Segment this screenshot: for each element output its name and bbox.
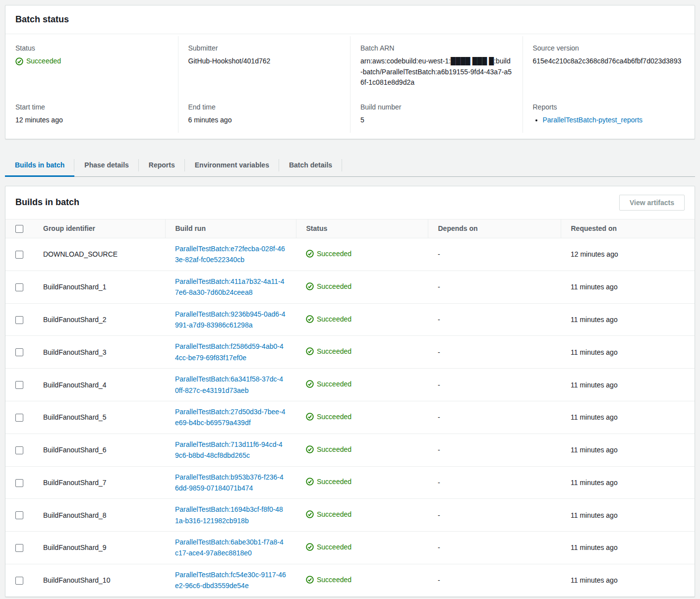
depends-on: -: [428, 499, 561, 532]
select-all-checkbox[interactable]: [15, 225, 23, 233]
success-check-icon: [306, 282, 314, 290]
tab-batch-details[interactable]: Batch details: [279, 154, 342, 176]
column-header-requested-on: Requested on: [561, 219, 695, 238]
start-time-label: Start time: [15, 103, 168, 111]
table-row: BuildFanoutShard_5 ParallelTestBatch:27d…: [5, 401, 695, 434]
status-cell: Succeeded: [296, 532, 428, 564]
requested-on: 12 minutes ago: [561, 238, 695, 271]
field-batch-arn: Batch ARN arn:aws:codebuild:eu-west-1:██…: [350, 36, 523, 95]
row-checkbox[interactable]: [15, 479, 23, 487]
build-run-cell: ParallelTestBatch:f2586d59-4ab0-44cc-be7…: [165, 336, 296, 369]
batch-status-fields: Status Succeeded Submitter GitHub-Hooksh…: [5, 34, 695, 139]
status-cell: Succeeded: [296, 336, 428, 369]
group-identifier: BuildFanoutShard_9: [33, 532, 165, 564]
field-submitter: Submitter GitHub-Hookshot/401d762: [178, 36, 350, 95]
group-identifier: DOWNLOAD_SOURCE: [33, 238, 165, 271]
build-run-cell: ParallelTestBatch:b953b376-f236-46dd-985…: [165, 466, 296, 499]
view-artifacts-button[interactable]: View artifacts: [619, 195, 685, 211]
tab-environment-variables[interactable]: Environment variables: [185, 154, 279, 176]
status-text: Succeeded: [317, 543, 351, 551]
build-run-cell: ParallelTestBatch:6a341f58-37dc-40ff-827…: [165, 369, 296, 401]
builds-in-batch-header: Builds in batch View artifacts: [5, 186, 695, 219]
depends-on: -: [428, 564, 561, 596]
depends-on: -: [428, 336, 561, 369]
build-run-link[interactable]: ParallelTestBatch:f2586d59-4ab0-44cc-be7…: [175, 341, 286, 363]
build-number-label: Build number: [360, 103, 513, 111]
row-checkbox[interactable]: [15, 446, 23, 454]
build-run-link[interactable]: ParallelTestBatch:1694b3cf-f8f0-481a-b31…: [175, 504, 286, 526]
row-checkbox-cell: [5, 434, 33, 466]
build-run-link[interactable]: ParallelTestBatch:713d11f6-94cd-49c6-b8b…: [175, 439, 286, 461]
depends-on: -: [428, 271, 561, 303]
success-check-icon: [306, 576, 314, 584]
build-number-value: 5: [360, 115, 513, 126]
row-checkbox[interactable]: [15, 316, 23, 324]
submitter-value: GitHub-Hookshot/401d762: [188, 56, 341, 67]
status-badge: Succeeded: [306, 576, 351, 584]
requested-on: 11 minutes ago: [561, 532, 695, 564]
batch-status-card: Batch status Status Succeeded Submitter: [5, 5, 695, 139]
requested-on: 11 minutes ago: [561, 271, 695, 303]
column-header-depends-on: Depends on: [428, 219, 561, 238]
tab-reports[interactable]: Reports: [139, 154, 185, 176]
end-time-value: 6 minutes ago: [188, 115, 341, 126]
build-run-cell: ParallelTestBatch:411a7b32-4a11-47e6-8a3…: [165, 271, 296, 303]
row-checkbox[interactable]: [15, 511, 23, 519]
end-time-label: End time: [188, 103, 341, 111]
row-checkbox-cell: [5, 564, 33, 596]
build-run-cell: ParallelTestBatch:e72fecba-028f-463e-82a…: [165, 238, 296, 271]
column-header-build-run: Build run: [165, 219, 296, 238]
success-check-icon: [306, 315, 314, 323]
builds-in-batch-title: Builds in batch: [15, 197, 79, 208]
build-run-link[interactable]: ParallelTestBatch:6abe30b1-f7a8-4c17-ace…: [175, 537, 286, 559]
status-label: Status: [15, 44, 168, 52]
depends-on: -: [428, 466, 561, 499]
tab-phase-details[interactable]: Phase details: [74, 154, 139, 176]
status-badge: Succeeded: [306, 250, 351, 258]
depends-on: -: [428, 532, 561, 564]
field-end-time: End time 6 minutes ago: [178, 95, 350, 133]
row-checkbox[interactable]: [15, 283, 23, 291]
status-badge: Succeeded: [306, 445, 351, 453]
group-identifier: BuildFanoutShard_2: [33, 303, 165, 336]
build-run-link[interactable]: ParallelTestBatch:fc54e30c-9117-46e2-96c…: [175, 569, 286, 592]
build-run-link[interactable]: ParallelTestBatch:9236b945-0ad6-4991-a7d…: [175, 309, 286, 331]
row-checkbox[interactable]: [15, 577, 23, 585]
group-identifier: BuildFanoutShard_6: [33, 434, 165, 466]
status-text: Succeeded: [317, 347, 351, 355]
row-checkbox[interactable]: [15, 251, 23, 259]
group-identifier: BuildFanoutShard_3: [33, 336, 165, 369]
build-run-link[interactable]: ParallelTestBatch:e72fecba-028f-463e-82a…: [175, 243, 286, 266]
status-cell: Succeeded: [296, 303, 428, 336]
build-run-cell: ParallelTestBatch:27d50d3d-7bee-4e69-b4b…: [165, 401, 296, 434]
tab-builds-in-batch[interactable]: Builds in batch: [5, 154, 74, 176]
group-identifier: BuildFanoutShard_4: [33, 369, 165, 401]
requested-on: 11 minutes ago: [561, 401, 695, 434]
requested-on: 11 minutes ago: [561, 369, 695, 401]
requested-on: 11 minutes ago: [561, 499, 695, 532]
report-link[interactable]: ParallelTestBatch-pytest_reports: [543, 116, 643, 124]
depends-on: -: [428, 401, 561, 434]
success-check-icon: [15, 57, 23, 65]
row-checkbox-cell: [5, 499, 33, 532]
requested-on: 11 minutes ago: [561, 466, 695, 499]
row-checkbox[interactable]: [15, 348, 23, 356]
row-checkbox[interactable]: [15, 414, 23, 422]
build-run-cell: ParallelTestBatch:9236b945-0ad6-4991-a7d…: [165, 303, 296, 336]
build-run-link[interactable]: ParallelTestBatch:b953b376-f236-46dd-985…: [175, 472, 286, 494]
build-run-link[interactable]: ParallelTestBatch:27d50d3d-7bee-4e69-b4b…: [175, 406, 286, 429]
reports-list: ParallelTestBatch-pytest_reports: [533, 115, 685, 126]
build-run-link[interactable]: ParallelTestBatch:6a341f58-37dc-40ff-827…: [175, 374, 286, 396]
tabs: Builds in batch Phase details Reports En…: [5, 154, 695, 177]
group-identifier: BuildFanoutShard_8: [33, 499, 165, 532]
report-list-item: ParallelTestBatch-pytest_reports: [543, 115, 685, 126]
row-checkbox[interactable]: [15, 381, 23, 389]
row-checkbox-cell: [5, 336, 33, 369]
field-reports: Reports ParallelTestBatch-pytest_reports: [523, 95, 695, 133]
row-checkbox[interactable]: [15, 544, 23, 552]
build-run-link[interactable]: ParallelTestBatch:411a7b32-4a11-47e6-8a3…: [175, 276, 286, 298]
table-row: DOWNLOAD_SOURCE ParallelTestBatch:e72fec…: [5, 238, 695, 271]
table-row: BuildFanoutShard_3 ParallelTestBatch:f25…: [5, 336, 695, 369]
field-start-time: Start time 12 minutes ago: [5, 95, 178, 133]
column-header-group-identifier: Group identifier: [33, 219, 165, 238]
